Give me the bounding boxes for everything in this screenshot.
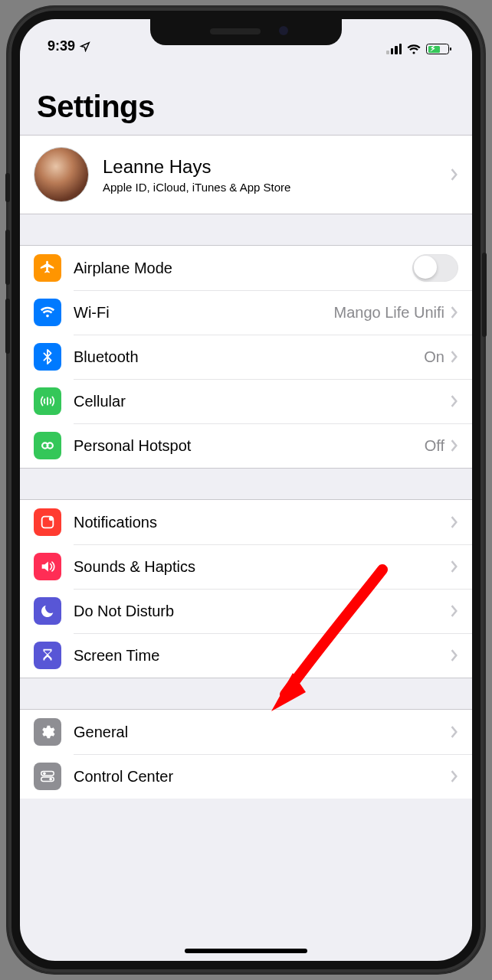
notifications-icon [34, 508, 61, 536]
volume-up-button [5, 230, 10, 285]
general-group: General Control Center [20, 709, 472, 799]
bluetooth-icon [34, 343, 61, 371]
row-label: Personal Hotspot [74, 437, 425, 455]
notch [150, 19, 342, 45]
row-do-not-disturb[interactable]: Do Not Disturb [20, 589, 472, 633]
sounds-icon [34, 553, 61, 580]
row-hotspot[interactable]: Personal Hotspot Off [20, 423, 472, 468]
row-general[interactable]: General [20, 710, 472, 754]
profile-group: Leanne Hays Apple ID, iCloud, iTunes & A… [20, 135, 472, 214]
chevron-right-icon [451, 168, 458, 181]
profile-subtitle: Apple ID, iCloud, iTunes & App Store [103, 181, 451, 194]
row-sounds-haptics[interactable]: Sounds & Haptics [20, 544, 472, 589]
chevron-right-icon [451, 770, 458, 782]
wifi-icon [34, 299, 61, 326]
row-control-center[interactable]: Control Center [20, 754, 472, 799]
row-airplane-mode[interactable]: Airplane Mode [20, 246, 472, 290]
chevron-right-icon [451, 649, 458, 662]
screen: 9:39 ⚡︎ Settings Leanne Hays [20, 19, 472, 961]
svg-point-7 [49, 778, 52, 781]
row-label: Airplane Mode [74, 260, 412, 277]
gear-icon [34, 718, 61, 746]
power-button [482, 253, 487, 337]
cellular-icon [34, 387, 61, 415]
cellular-signal-icon [386, 44, 402, 54]
row-value: Mango Life Unifi [333, 304, 444, 322]
chevron-right-icon [451, 726, 458, 738]
row-wifi[interactable]: Wi-Fi Mango Life Unifi [20, 290, 472, 335]
page-title: Settings [37, 90, 455, 124]
hotspot-icon [34, 432, 61, 459]
home-indicator[interactable] [185, 949, 307, 953]
chevron-right-icon [451, 395, 458, 407]
row-label: Wi-Fi [74, 304, 333, 322]
page-header: Settings [20, 56, 472, 135]
row-label: Screen Time [74, 647, 451, 665]
switches-icon [34, 763, 61, 790]
chevron-right-icon [451, 439, 458, 452]
chevron-right-icon [451, 306, 458, 318]
avatar [34, 147, 89, 202]
silence-switch [5, 173, 10, 202]
moon-icon [34, 597, 61, 625]
row-screen-time[interactable]: Screen Time [20, 633, 472, 678]
row-label: Control Center [74, 768, 451, 786]
row-label: Bluetooth [74, 348, 424, 366]
profile-row[interactable]: Leanne Hays Apple ID, iCloud, iTunes & A… [20, 136, 472, 214]
row-label: General [74, 724, 451, 741]
airplane-mode-switch[interactable] [412, 254, 458, 282]
phone-frame: 9:39 ⚡︎ Settings Leanne Hays [8, 8, 484, 972]
row-value: Off [425, 437, 444, 455]
chevron-right-icon [451, 560, 458, 573]
row-label: Cellular [74, 393, 451, 410]
row-bluetooth[interactable]: Bluetooth On [20, 335, 472, 379]
row-label: Sounds & Haptics [74, 558, 451, 576]
connectivity-group: Airplane Mode Wi-Fi Mango Life Unifi Blu… [20, 245, 472, 469]
battery-icon: ⚡︎ [426, 44, 449, 54]
row-notifications[interactable]: Notifications [20, 500, 472, 544]
svg-point-1 [48, 443, 53, 448]
location-icon [80, 41, 90, 52]
wifi-icon [406, 44, 421, 54]
svg-point-3 [49, 517, 54, 521]
row-label: Notifications [74, 514, 451, 531]
status-time: 9:39 [48, 38, 75, 54]
airplane-icon [34, 254, 61, 282]
row-value: On [424, 348, 444, 366]
row-cellular[interactable]: Cellular [20, 379, 472, 423]
profile-name: Leanne Hays [103, 156, 451, 178]
svg-point-5 [43, 773, 46, 776]
chevron-right-icon [451, 605, 458, 617]
chevron-right-icon [451, 516, 458, 528]
volume-down-button [5, 299, 10, 354]
row-label: Do Not Disturb [74, 603, 451, 620]
notifications-group: Notifications Sounds & Haptics Do Not Di… [20, 499, 472, 678]
chevron-right-icon [451, 351, 458, 363]
hourglass-icon [34, 642, 61, 669]
